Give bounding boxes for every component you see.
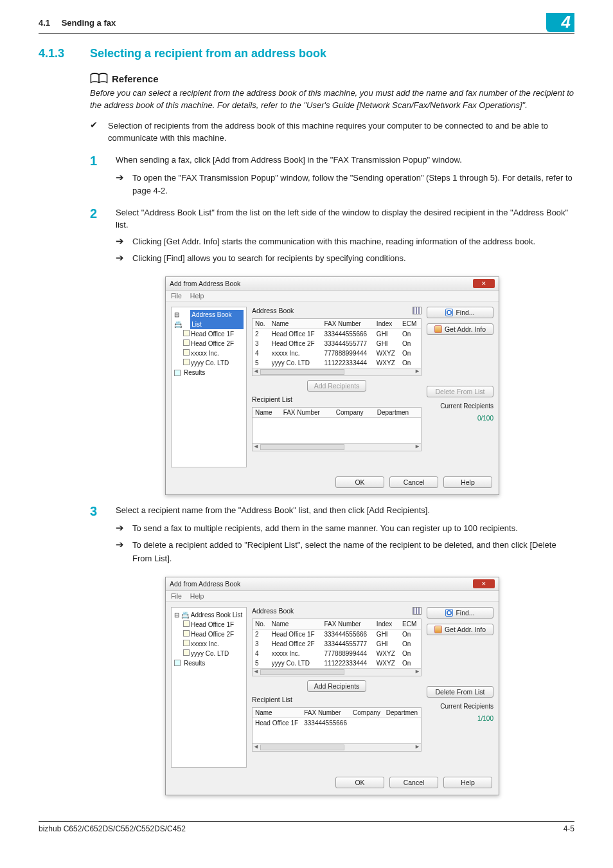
tree-item[interactable]: Head Office 1F (183, 620, 244, 629)
col-name[interactable]: Name (269, 319, 322, 329)
col-name[interactable]: Name (269, 619, 322, 629)
check-icon: ✔ (90, 120, 99, 145)
step-2-text: Select "Address Book List" from the list… (116, 206, 574, 231)
help-button[interactable]: Help (443, 476, 492, 488)
address-book-dialog: Add from Address Book ✕ File Help ⊟ 📇 Ad… (165, 276, 499, 495)
header-left: 4.1 Sending a fax (39, 18, 116, 28)
tree-results[interactable]: Results (174, 368, 244, 377)
reference-label: Reference (112, 73, 159, 84)
col-dept[interactable]: Departmen (375, 408, 421, 418)
add-recipients-button[interactable]: Add Recipients (307, 380, 367, 392)
table-row[interactable]: 3Head Office 2F333444555777GHIOn (253, 639, 421, 649)
col-name[interactable]: Name (253, 708, 301, 718)
table-row[interactable]: 5yyyy Co. LTD111222333444WXYZOn (253, 358, 421, 368)
col-company[interactable]: Company (350, 708, 384, 718)
recipient-list-grid[interactable]: Name FAX Number Company Departmen Head O… (252, 707, 422, 752)
col-index[interactable]: Index (374, 319, 400, 329)
horizontal-scrollbar[interactable] (253, 743, 421, 751)
col-fax[interactable]: FAX Number (321, 319, 373, 329)
tree-panel[interactable]: ⊟ 📇 Address Book List Head Office 1F Hea… (171, 307, 247, 467)
chapter-number: 4 (562, 12, 571, 32)
get-addr-icon (434, 626, 442, 633)
recipient-list-grid[interactable]: Name FAX Number Company Departmen (252, 407, 422, 451)
menu-file[interactable]: File (171, 592, 182, 600)
tree-item[interactable]: Head Office 2F (183, 629, 244, 639)
col-no[interactable]: No. (253, 619, 269, 629)
find-button[interactable]: Find... (427, 607, 493, 619)
arrow-icon: ➔ (116, 235, 126, 248)
ok-button[interactable]: OK (335, 777, 384, 788)
current-recipients-count: 1/100 (427, 715, 493, 722)
check-bullet-row: ✔ Selection of recipients from the addre… (90, 120, 574, 145)
address-book-grid[interactable]: No. Name FAX Number Index ECM 2Head Offi… (252, 619, 422, 676)
col-fax[interactable]: FAX Number (281, 408, 333, 418)
dialog-titlebar[interactable]: Add from Address Book ✕ (166, 277, 499, 291)
ok-button[interactable]: OK (335, 476, 384, 488)
cancel-button[interactable]: Cancel (389, 476, 438, 488)
table-row[interactable]: 2Head Office 1F333444555666GHIOn (253, 629, 421, 639)
horizontal-scrollbar[interactable] (253, 668, 421, 676)
cancel-button[interactable]: Cancel (389, 777, 438, 788)
current-recipients-count: 0/100 (427, 415, 493, 422)
reference-heading: Reference (90, 72, 574, 85)
recipient-list-label: Recipient List (252, 696, 422, 703)
book-icon (90, 72, 108, 85)
step-2-sub-1: ➔ Clicking [Get Addr. Info] starts the c… (116, 235, 574, 248)
menu-help[interactable]: Help (190, 292, 204, 300)
table-row[interactable]: 2Head Office 1F333444555666GHIOn (253, 329, 421, 339)
close-icon[interactable]: ✕ (473, 279, 495, 288)
check-bullet-text: Selection of recipients from the address… (108, 120, 574, 145)
panel-split-icon[interactable] (413, 307, 422, 314)
horizontal-scrollbar[interactable] (253, 368, 421, 375)
col-fax[interactable]: FAX Number (301, 708, 350, 718)
table-row[interactable]: 4xxxxx Inc.777888999444WXYZOn (253, 348, 421, 358)
col-fax[interactable]: FAX Number (321, 619, 373, 629)
tree-item[interactable]: xxxxx Inc. (183, 348, 244, 358)
step-2-sub-1-text: Clicking [Get Addr. Info] starts the com… (132, 235, 574, 248)
step-2-sub-2: ➔ Clicking [Find] allows you to search f… (116, 252, 574, 265)
tree-root-address-book-list[interactable]: ⊟ 📇 Address Book List (174, 310, 244, 329)
add-recipients-button[interactable]: Add Recipients (307, 680, 367, 692)
panel-split-icon[interactable] (413, 607, 422, 615)
dialog-titlebar[interactable]: Add from Address Book ✕ (166, 577, 499, 591)
col-index[interactable]: Index (374, 619, 400, 629)
table-row[interactable]: 5yyyy Co. LTD111222333444WXYZOn (253, 658, 421, 668)
arrow-icon: ➔ (116, 252, 126, 265)
menu-help[interactable]: Help (190, 592, 204, 600)
tree-item[interactable]: xxxxx Inc. (183, 639, 244, 649)
col-no[interactable]: No. (253, 319, 269, 329)
step-1-sub-1-text: To open the "FAX Transmission Popup" win… (132, 172, 574, 197)
get-addr-info-button[interactable]: Get Addr. Info (427, 323, 493, 335)
tree-item[interactable]: Head Office 2F (183, 339, 244, 348)
find-button[interactable]: Find... (427, 307, 493, 318)
tree-root-address-book-list[interactable]: ⊟ 📇 Address Book List (174, 610, 244, 620)
col-ecm[interactable]: ECM (400, 319, 421, 329)
horizontal-scrollbar[interactable] (253, 443, 421, 451)
recipient-list-label: Recipient List (252, 395, 422, 403)
menu-file[interactable]: File (171, 292, 182, 300)
table-row[interactable]: Head Office 1F333444555666 (253, 718, 421, 728)
section-heading: 4.1.3 Selecting a recipient from an addr… (39, 47, 574, 60)
get-addr-info-button[interactable]: Get Addr. Info (427, 624, 493, 635)
table-row[interactable]: 3Head Office 2F333444555777GHIOn (253, 339, 421, 348)
arrow-icon: ➔ (116, 522, 126, 535)
col-ecm[interactable]: ECM (400, 619, 421, 629)
address-book-grid[interactable]: No. Name FAX Number Index ECM 2Head Offi… (252, 318, 422, 376)
delete-from-list-button[interactable]: Delete From List (427, 386, 493, 397)
tree-results[interactable]: Results (174, 658, 244, 668)
tree-item[interactable]: yyyy Co. LTD (183, 649, 244, 658)
step-3-sub-1: ➔ To send a fax to multiple recipients, … (116, 522, 574, 535)
delete-from-list-button[interactable]: Delete From List (427, 686, 493, 698)
step-2: 2 Select "Address Book List" from the li… (90, 206, 574, 231)
step-1-text: When sending a fax, click [Add from Addr… (116, 154, 574, 168)
tree-panel[interactable]: ⊟ 📇 Address Book List Head Office 1F Hea… (171, 607, 247, 768)
col-company[interactable]: Company (333, 408, 375, 418)
close-icon[interactable]: ✕ (473, 579, 495, 588)
table-row[interactable]: 4xxxxx Inc.777888999444WXYZOn (253, 649, 421, 658)
col-dept[interactable]: Departmen (384, 708, 421, 718)
tree-item[interactable]: Head Office 1F (183, 329, 244, 339)
footer-right: 4-5 (564, 824, 574, 833)
col-name[interactable]: Name (253, 408, 281, 418)
tree-item[interactable]: yyyy Co. LTD (183, 358, 244, 368)
help-button[interactable]: Help (443, 777, 492, 788)
